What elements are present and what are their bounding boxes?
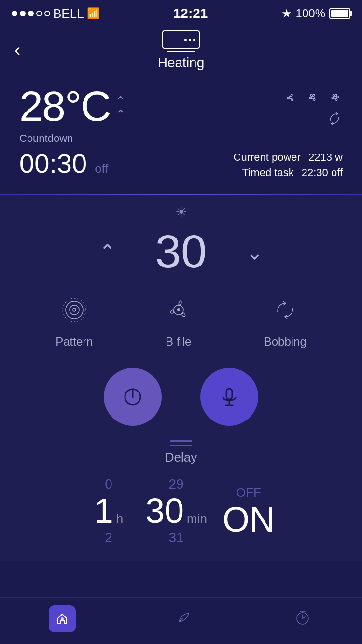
- mode-bobbing[interactable]: Bobbing: [264, 297, 306, 349]
- bobbing-icon: [273, 297, 298, 328]
- fan-controls: [283, 90, 343, 126]
- signal-dot-5: [44, 11, 50, 16]
- signal-dot-4: [36, 11, 42, 16]
- back-button[interactable]: ‹: [14, 40, 20, 60]
- nav-home[interactable]: [49, 605, 76, 632]
- signal-dot-3: [28, 11, 34, 16]
- header: ‹ Heating: [0, 25, 362, 80]
- hours-main-row: 1 h: [94, 493, 124, 528]
- delay-label: Delay: [165, 450, 197, 465]
- hours-unit: h: [116, 511, 123, 526]
- power-button[interactable]: [104, 368, 162, 426]
- svg-point-6: [63, 298, 86, 322]
- ac-dot-1: [184, 39, 187, 41]
- countdown-status: off: [95, 161, 108, 176]
- temp-up-arrows[interactable]: ⌃ ⌃: [115, 95, 126, 121]
- page-title: Heating: [158, 55, 205, 70]
- hours-above: 0: [105, 475, 112, 493]
- carrier-label: BELL: [53, 6, 84, 21]
- signal-dot-1: [12, 11, 17, 16]
- timed-task-row: Timed task 22:30 off: [229, 167, 343, 179]
- minutes-unit: min: [187, 511, 207, 526]
- hours-value: 1: [94, 493, 113, 528]
- temp-decrease-button[interactable]: ⌃: [99, 240, 116, 264]
- minutes-above: 29: [168, 475, 183, 493]
- power-info: Current power 2213 w Timed task 22:30 of…: [229, 151, 343, 179]
- bfile-label: B file: [166, 335, 191, 349]
- fan-speed-3-icon[interactable]: [327, 90, 343, 105]
- ac-dot-2: [189, 39, 191, 41]
- mode-pattern[interactable]: Pattern: [56, 297, 93, 349]
- pattern-label: Pattern: [56, 335, 93, 349]
- timer-icon: [292, 606, 313, 632]
- countdown-section: Countdown 00:30 off: [19, 132, 109, 179]
- temp-arrow-up-2: ⌃: [115, 108, 126, 121]
- countdown-label: Countdown: [19, 132, 109, 145]
- svg-point-4: [70, 305, 79, 315]
- sun-row: ☀: [19, 204, 343, 220]
- status-info: Countdown 00:30 off Current power 2213 w…: [19, 132, 343, 179]
- current-power-row: Current power 2213 w: [229, 151, 343, 164]
- power-buttons-row: [19, 368, 343, 426]
- home-icon: [49, 605, 76, 632]
- ac-icon-dots: [184, 39, 195, 41]
- timed-task-value: 22:30 off: [302, 167, 343, 179]
- temp-display: 28°C ⌃ ⌃: [19, 85, 126, 127]
- battery-percent: 100%: [296, 7, 325, 20]
- temp-arrow-up-1: ⌃: [115, 95, 126, 107]
- fan-speed-2-icon[interactable]: [305, 90, 320, 105]
- delay-line-2: [170, 445, 192, 446]
- pattern-icon: [62, 297, 87, 328]
- status-bar: BELL 📶 12:21 ★ 100%: [0, 0, 362, 25]
- hours-picker[interactable]: 0 1 h 2: [75, 475, 142, 547]
- top-section: 28°C ⌃ ⌃: [0, 80, 362, 194]
- on-off-picker[interactable]: OFF ON: [210, 485, 287, 537]
- minutes-main-row: 30 min: [145, 493, 207, 528]
- leaf-icon: [173, 606, 195, 632]
- temperature-value: 28°C: [19, 85, 111, 127]
- battery-fill: [331, 10, 348, 17]
- ac-unit-icon: [162, 30, 200, 49]
- status-right: ★ 100%: [281, 7, 350, 20]
- nav-leaf[interactable]: [173, 606, 195, 632]
- svg-point-5: [73, 308, 76, 311]
- current-power-value: 2213 w: [308, 151, 343, 163]
- temp-row: 28°C ⌃ ⌃: [19, 85, 343, 127]
- time-picker: 0 1 h 2 29 30 min 31 OFF ON: [19, 475, 343, 547]
- ac-dot-3: [193, 39, 195, 41]
- minutes-below: 31: [168, 528, 183, 547]
- time-display: 12:21: [173, 6, 208, 21]
- svg-point-14: [61, 617, 64, 620]
- fan-speed-1-icon[interactable]: [283, 90, 298, 105]
- temp-increase-button[interactable]: ⌃: [246, 240, 263, 264]
- current-power-label: Current power: [234, 151, 301, 163]
- svg-rect-11: [226, 389, 232, 399]
- microphone-button[interactable]: [200, 368, 258, 426]
- minutes-picker[interactable]: 29 30 min 31: [142, 475, 210, 547]
- bottom-nav: [0, 597, 362, 644]
- temp-text: 28°C: [19, 82, 111, 130]
- delay-section: Delay: [19, 440, 343, 465]
- countdown-value: 00:30: [19, 148, 87, 179]
- header-center: Heating: [14, 30, 348, 70]
- svg-point-3: [66, 301, 83, 319]
- battery-icon: [329, 8, 350, 19]
- svg-point-8: [177, 308, 180, 311]
- mode-bfile[interactable]: B file: [166, 297, 191, 349]
- fan-speed-row: [283, 90, 343, 105]
- bobbing-label: Bobbing: [264, 335, 306, 349]
- temp-control: ⌃ 30 ⌃: [19, 225, 343, 278]
- on-off-above: OFF: [236, 485, 261, 500]
- signal-dots: [12, 11, 50, 16]
- delay-line-1: [170, 440, 192, 442]
- swing-icon[interactable]: [326, 110, 343, 126]
- timed-task-label: Timed task: [242, 167, 294, 179]
- minutes-value: 30: [145, 493, 184, 528]
- control-section: ☀ ⌃ 30 ⌃ Pattern: [0, 195, 362, 561]
- nav-timer[interactable]: [292, 606, 313, 632]
- status-left: BELL 📶: [12, 6, 100, 21]
- bfile-icon: [166, 297, 191, 328]
- signal-dot-2: [20, 11, 26, 16]
- mode-row: Pattern B file: [19, 297, 343, 349]
- wifi-icon: 📶: [87, 7, 100, 20]
